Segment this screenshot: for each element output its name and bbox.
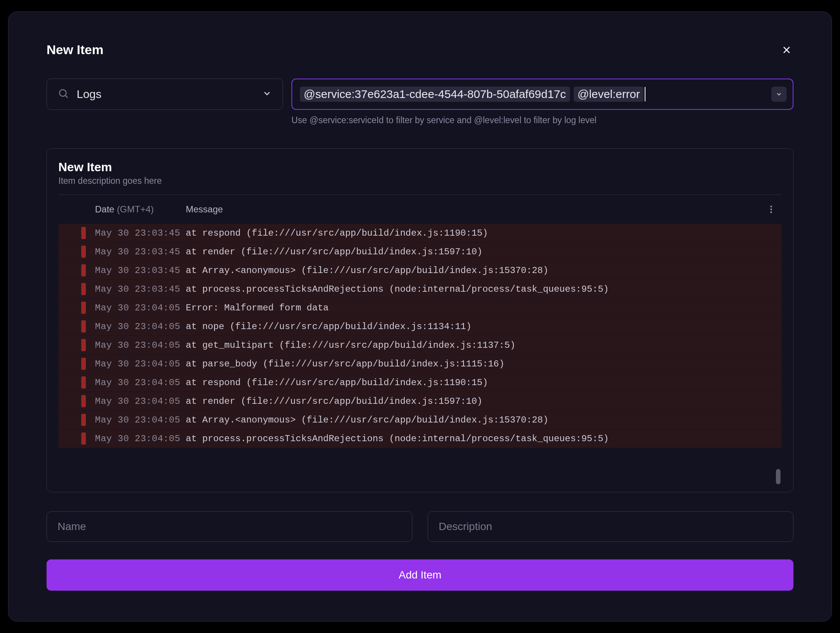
name-field[interactable] (47, 511, 412, 542)
search-icon (58, 88, 69, 101)
preview-subtitle: Item description goes here (58, 176, 782, 186)
preview-title: New Item (58, 160, 782, 174)
log-table-header: Date (GMT+4) Message (58, 194, 782, 224)
log-row[interactable]: May 30 23:04:05at parse_body (file:///us… (58, 355, 782, 373)
query-input[interactable]: @service:37e623a1-cdee-4544-807b-50afaf6… (291, 79, 793, 110)
log-row[interactable]: May 30 23:03:45at process.processTicksAn… (58, 280, 782, 299)
log-row[interactable]: May 30 23:04:05at nope (file:///usr/src/… (58, 317, 782, 336)
query-expand-button[interactable] (771, 87, 787, 102)
type-select-value: Logs (77, 88, 254, 101)
column-date-label: Date (95, 204, 114, 214)
column-message: Message (186, 204, 766, 215)
log-row[interactable]: May 30 23:03:45at respond (file:///usr/s… (58, 224, 782, 243)
filter-hint: Use @service:serviceId to filter by serv… (291, 115, 793, 125)
log-row[interactable]: May 30 23:04:05at respond (file:///usr/s… (58, 373, 782, 392)
kebab-icon (770, 206, 772, 213)
log-timestamp: May 30 23:03:45 (95, 284, 186, 294)
log-timestamp: May 30 23:03:45 (95, 247, 186, 257)
log-timestamp: May 30 23:04:05 (95, 434, 186, 444)
log-message: at respond (file:///usr/src/app/build/in… (186, 228, 488, 238)
log-message: at parse_body (file:///usr/src/app/build… (186, 359, 504, 369)
query-chip[interactable]: @level:error (574, 87, 644, 102)
log-message: at process.processTicksAndRejections (no… (186, 284, 609, 294)
close-button[interactable] (780, 43, 793, 57)
log-timestamp: May 30 23:04:05 (95, 321, 186, 332)
modal-header: New Item (47, 42, 793, 57)
log-message: at get_multipart (file:///usr/src/app/bu… (186, 340, 515, 350)
log-row[interactable]: May 30 23:04:05at Array.<anonymous> (fil… (58, 411, 782, 429)
add-item-button[interactable]: Add Item (47, 559, 793, 591)
severity-indicator (81, 264, 86, 276)
log-timestamp: May 30 23:04:05 (95, 303, 186, 313)
type-select[interactable]: Logs (47, 79, 283, 110)
log-message: at nope (file:///usr/src/app/build/index… (186, 321, 471, 332)
column-date-tz: (GMT+4) (117, 204, 154, 214)
new-item-modal: New Item Logs @service:37e623a1-cdee-454… (8, 11, 832, 622)
log-timestamp: May 30 23:04:05 (95, 396, 186, 406)
severity-indicator (81, 339, 86, 351)
severity-indicator (81, 302, 86, 314)
log-row[interactable]: May 30 23:04:05at render (file:///usr/sr… (58, 392, 782, 411)
svg-point-1 (770, 206, 772, 207)
log-message: at render (file:///usr/src/app/build/ind… (186, 247, 483, 257)
svg-point-3 (770, 211, 772, 213)
log-row[interactable]: May 30 23:03:45at Array.<anonymous> (fil… (58, 261, 782, 280)
log-row[interactable]: May 30 23:04:05Error: Malformed form dat… (58, 299, 782, 317)
table-menu-button[interactable] (766, 205, 776, 214)
severity-indicator (81, 432, 86, 445)
chevron-down-icon (776, 91, 782, 98)
log-timestamp: May 30 23:04:05 (95, 340, 186, 350)
preview-panel: New Item Item description goes here Date… (47, 148, 793, 492)
log-message: at render (file:///usr/src/app/build/ind… (186, 396, 483, 406)
column-date: Date (GMT+4) (95, 204, 186, 215)
text-caret (645, 87, 645, 101)
log-timestamp: May 30 23:03:45 (95, 265, 186, 276)
severity-indicator (81, 283, 86, 295)
severity-indicator (81, 358, 86, 370)
log-message: at Array.<anonymous> (file:///usr/src/ap… (186, 415, 549, 425)
severity-indicator (81, 246, 86, 258)
query-chip[interactable]: @service:37e623a1-cdee-4544-807b-50afaf6… (300, 87, 570, 102)
svg-point-2 (770, 209, 772, 210)
svg-point-0 (60, 90, 66, 96)
chevron-down-icon (262, 88, 272, 100)
severity-indicator (81, 227, 86, 239)
log-row[interactable]: May 30 23:04:05at get_multipart (file://… (58, 336, 782, 355)
query-content: @service:37e623a1-cdee-4544-807b-50afaf6… (300, 87, 767, 102)
severity-indicator (81, 376, 86, 389)
severity-indicator (81, 320, 86, 333)
scrollbar-thumb[interactable] (776, 469, 780, 484)
filter-row: Logs @service:37e623a1-cdee-4544-807b-50… (47, 79, 793, 110)
log-timestamp: May 30 23:03:45 (95, 228, 186, 238)
severity-indicator (81, 414, 86, 426)
form-row (47, 511, 793, 542)
modal-title: New Item (47, 42, 103, 57)
close-icon (782, 45, 792, 55)
log-table-body[interactable]: May 30 23:03:45at respond (file:///usr/s… (58, 224, 782, 486)
log-timestamp: May 30 23:04:05 (95, 359, 186, 369)
log-message: at respond (file:///usr/src/app/build/in… (186, 378, 488, 388)
log-message: at Array.<anonymous> (file:///usr/src/ap… (186, 265, 549, 276)
severity-indicator (81, 395, 86, 407)
log-message: Error: Malformed form data (186, 303, 328, 313)
log-timestamp: May 30 23:04:05 (95, 415, 186, 425)
log-row[interactable]: May 30 23:04:05at process.processTicksAn… (58, 429, 782, 448)
log-row[interactable]: May 30 23:03:45at render (file:///usr/sr… (58, 243, 782, 261)
log-message: at process.processTicksAndRejections (no… (186, 434, 609, 444)
log-timestamp: May 30 23:04:05 (95, 378, 186, 388)
description-field[interactable] (428, 511, 793, 542)
